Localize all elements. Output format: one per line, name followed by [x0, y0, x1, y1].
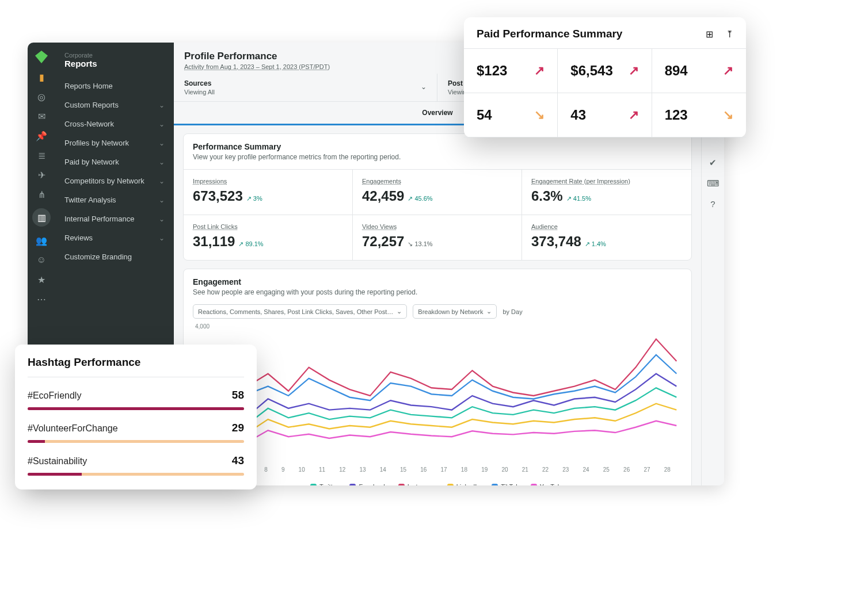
metric-value: 6.3% — [531, 188, 563, 204]
keyboard-icon[interactable]: ⌨ — [707, 178, 719, 189]
legend-swatch — [398, 484, 405, 486]
legend-item: Facebook — [349, 483, 386, 485]
metric-label: Engagement Rate (per Impression) — [531, 178, 682, 185]
star-icon[interactable]: ★ — [36, 274, 47, 285]
metric-delta: ↗ 45.6% — [408, 195, 432, 202]
x-tick: 27 — [644, 466, 650, 473]
hashtag-performance-card: Hashtag Performance #EcoFriendly58#Volun… — [15, 345, 257, 489]
eng-subtitle: See how people are engaging with your po… — [193, 288, 682, 296]
x-tick: 17 — [441, 466, 447, 473]
x-tick: 16 — [420, 466, 427, 473]
metric-label: Post Link Clicks — [193, 223, 343, 230]
chevron-down-icon: ⌄ — [159, 139, 165, 147]
sidebar-item[interactable]: Competitors by Network⌄ — [55, 171, 174, 190]
breakdown-dropdown[interactable]: Breakdown by Network ⌄ — [413, 304, 497, 319]
legend-item: YouTube — [531, 483, 565, 485]
hashtag-name: #VolunteerForChange — [28, 423, 118, 434]
x-tick: 18 — [461, 466, 467, 473]
arrow-up-icon: ↗ — [629, 63, 639, 78]
chevron-down-icon: ⌄ — [159, 196, 165, 204]
send-icon[interactable]: ✈ — [36, 169, 47, 181]
pulse-icon[interactable]: ⋔ — [36, 189, 47, 200]
compass-icon[interactable]: ◎ — [36, 91, 47, 102]
metric-cell: Post Link Clicks31,119↗ 89.1% — [184, 215, 353, 260]
metric-delta: ↗ 3% — [246, 195, 262, 202]
chevron-down-icon: ⌄ — [159, 158, 165, 166]
metric-label: Video Views — [362, 223, 512, 230]
paid-value: 894 — [665, 63, 688, 79]
metric-value: 373,748 — [531, 234, 581, 250]
logo-icon — [35, 51, 48, 63]
metric-cell: Impressions673,523↗ 3% — [184, 169, 353, 215]
metrics-dropdown[interactable]: Reactions, Comments, Shares, Post Link C… — [193, 304, 407, 319]
chevron-down-icon: ⌄ — [397, 308, 402, 315]
sidebar-item[interactable]: Paid by Network⌄ — [55, 152, 174, 171]
x-tick: 19 — [481, 466, 488, 473]
bot-icon[interactable]: ☺ — [36, 254, 47, 266]
chevron-down-icon: ⌄ — [159, 215, 165, 223]
check-icon[interactable]: ✔ — [709, 158, 717, 168]
arrow-down-icon: ↘ — [534, 108, 545, 123]
hashtag-bar — [28, 473, 244, 476]
x-tick: 28 — [664, 466, 671, 473]
paid-value: $123 — [477, 63, 507, 79]
metric-label: Audience — [531, 223, 682, 230]
paid-value: $6,543 — [570, 63, 612, 79]
x-tick: 10 — [299, 466, 305, 473]
org-title: Reports — [64, 59, 165, 68]
metric-cell: Engagements42,459↗ 45.6% — [353, 169, 522, 215]
legend-swatch — [310, 484, 317, 486]
sidebar-item[interactable]: Reviews⌄ — [55, 228, 174, 247]
inbox-icon[interactable]: ✉ — [36, 110, 47, 122]
metric-value: 673,523 — [193, 188, 243, 204]
sidebar-item[interactable]: Cross-Network⌄ — [55, 114, 174, 133]
x-tick: 21 — [522, 466, 528, 473]
byday-label: by Day — [502, 308, 522, 315]
chart-series-line — [207, 355, 676, 402]
hashtag-value: 43 — [232, 454, 244, 467]
arrow-up-icon: ↗ — [723, 63, 733, 78]
legend-item: Twitter — [310, 483, 338, 485]
chart-series-line — [207, 339, 676, 396]
metric-cell: Audience373,748↗ 1.4% — [522, 215, 691, 260]
x-tick: 11 — [319, 466, 325, 473]
x-tick: 24 — [583, 466, 589, 473]
sidebar-item[interactable]: Customize Branding — [55, 247, 174, 266]
hashtag-bar-fill — [28, 440, 45, 443]
paid-title: Paid Performance Summary — [477, 28, 622, 40]
x-tick: 23 — [562, 466, 569, 473]
sources-filter[interactable]: ⌄ Sources Viewing All — [174, 74, 437, 101]
paid-cell: $123↗ — [464, 49, 558, 93]
engagement-card: Engagement See how people are engaging w… — [183, 269, 692, 485]
legend-item: LinkedIn — [447, 483, 481, 485]
pin-icon[interactable]: 📌 — [36, 130, 47, 141]
sidebar-item[interactable]: Internal Performance⌄ — [55, 209, 174, 228]
help-icon[interactable]: ? — [710, 199, 715, 209]
sidebar-item[interactable]: Twitter Analysis⌄ — [55, 190, 174, 209]
metric-delta: ↗ 1.4% — [585, 240, 606, 247]
list-icon[interactable]: ≣ — [36, 150, 47, 161]
users-icon[interactable]: 👥 — [36, 235, 47, 246]
paid-value: 43 — [570, 107, 586, 123]
legend-swatch — [349, 484, 356, 486]
folder-icon[interactable]: ▮ — [36, 71, 47, 83]
metric-value: 42,459 — [362, 188, 404, 204]
arrow-up-icon: ↗ — [629, 108, 639, 123]
sidebar-item[interactable]: Custom Reports⌄ — [55, 95, 174, 114]
chart-series-line — [207, 421, 676, 442]
paid-cell: 54↘ — [464, 93, 558, 137]
legend-swatch — [531, 484, 537, 486]
sidebar-item[interactable]: Profiles by Network⌄ — [55, 133, 174, 152]
paid-cell: $6,543↗ — [558, 49, 652, 93]
sources-value: Viewing All — [184, 89, 427, 95]
x-tick: 8 — [264, 466, 268, 473]
x-tick: 14 — [380, 466, 386, 473]
legend-swatch — [447, 484, 454, 486]
grid-icon[interactable]: ⊞ — [706, 29, 713, 40]
arrow-up-icon: ↗ — [534, 63, 545, 78]
chart-icon[interactable]: ▥ — [32, 208, 51, 227]
sidebar-item[interactable]: Reports Home — [55, 76, 174, 95]
more-icon[interactable]: ⋯ — [36, 293, 47, 305]
upload-icon[interactable]: ⤒ — [726, 29, 733, 40]
x-tick: 13 — [359, 466, 366, 473]
